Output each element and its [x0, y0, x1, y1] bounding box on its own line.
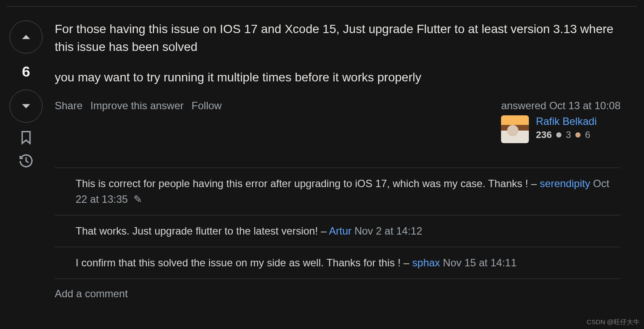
- caret-up-icon: [20, 31, 32, 43]
- action-links: Share Improve this answer Follow: [55, 100, 222, 112]
- comment-user[interactable]: sphax: [412, 257, 440, 269]
- upvote-button[interactable]: [10, 20, 43, 54]
- watermark: CSDN @旺仔大牛: [587, 318, 640, 326]
- pencil-icon: ✎: [133, 193, 142, 205]
- bookmark-icon[interactable]: [18, 130, 34, 145]
- comment-user[interactable]: Artur: [329, 225, 352, 237]
- add-comment-link[interactable]: Add a comment: [55, 279, 621, 300]
- comment-time: Nov 2 at 14:12: [355, 225, 422, 237]
- answer-paragraph: For those having this issue on IOS 17 an…: [55, 20, 621, 56]
- comment-time: Nov 15 at 14:11: [443, 257, 516, 269]
- comment-user[interactable]: serendipity: [540, 178, 590, 189]
- downvote-button[interactable]: [10, 90, 43, 123]
- comment: I confirm that this solved the issue on …: [55, 247, 621, 279]
- comment: That works. Just upgrade flutter to the …: [55, 215, 621, 247]
- avatar[interactable]: [501, 115, 529, 143]
- share-link[interactable]: Share: [55, 100, 83, 112]
- comment-text: That works. Just upgrade flutter to the …: [76, 225, 318, 237]
- comments-list: This is correct for people having this e…: [55, 168, 621, 279]
- answered-time: answered Oct 13 at 10:08: [501, 100, 621, 112]
- history-icon[interactable]: [18, 153, 34, 169]
- vote-score: 6: [22, 63, 30, 80]
- reputation: 236: [536, 129, 552, 141]
- comment-text: This is correct for people having this e…: [76, 178, 528, 189]
- author-card: answered Oct 13 at 10:08 Rafik Belkadi 2…: [501, 100, 621, 143]
- silver-badge-icon: [556, 132, 561, 138]
- bronze-badge-count: 6: [585, 129, 590, 141]
- silver-badge-count: 3: [566, 129, 571, 141]
- answer-body: For those having this issue on IOS 17 an…: [45, 13, 637, 300]
- bronze-badge-icon: [575, 132, 581, 138]
- caret-down-icon: [20, 100, 32, 112]
- comment: This is correct for people having this e…: [55, 168, 621, 215]
- improve-answer-link[interactable]: Improve this answer: [90, 100, 184, 112]
- author-name[interactable]: Rafik Belkadi: [536, 115, 597, 128]
- comment-text: I confirm that this solved the issue on …: [76, 257, 401, 269]
- answer-post: 6 For those having this issue on IOS 17 …: [0, 7, 644, 300]
- answer-paragraph: you may want to try running it multiple …: [55, 69, 621, 87]
- follow-link[interactable]: Follow: [192, 100, 222, 112]
- vote-column: 6: [7, 13, 45, 300]
